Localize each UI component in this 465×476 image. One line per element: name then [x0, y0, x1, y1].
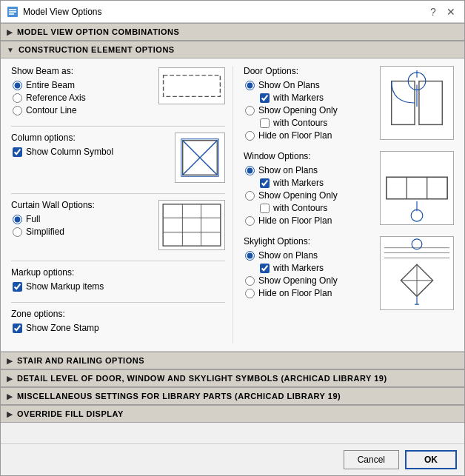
curtain-full-label[interactable]: Full — [26, 214, 40, 224]
window-radio-group: Show on Plans with Markers Show Opening … — [245, 165, 372, 226]
construction-body: Show Beam as: Entire Beam Reference Axis — [1, 58, 464, 352]
beam-refaxis-radio[interactable] — [13, 93, 22, 103]
column-symbol-checkbox[interactable] — [13, 147, 22, 157]
section-arrow-detail: ▶ — [7, 375, 13, 383]
door-with-markers-label[interactable]: with Markers — [273, 93, 324, 103]
skylight-with-markers-label[interactable]: with Markers — [273, 263, 324, 273]
window-opening-only-item: Show Opening Only — [245, 190, 372, 201]
section-stair-railing[interactable]: ▶ STAIR AND RAILING OPTIONS — [1, 352, 464, 369]
section-label-misc: MISCELLANEOUS SETTINGS FOR LIBRARY PARTS… — [17, 392, 341, 400]
section-misc-settings[interactable]: ▶ MISCELLANEOUS SETTINGS FOR LIBRARY PAR… — [1, 387, 464, 405]
close-button[interactable]: ✕ — [444, 4, 458, 19]
door-show-on-plans-label[interactable]: Show On Plans — [258, 80, 320, 90]
window-opening-only-label[interactable]: Show Opening Only — [258, 190, 338, 201]
window-with-markers-label[interactable]: with Markers — [273, 178, 324, 188]
skylight-with-markers-checkbox[interactable] — [260, 264, 270, 273]
section-construction[interactable]: ▼ CONSTRUCTION ELEMENT OPTIONS — [1, 41, 464, 58]
title-bar-buttons: ? ✕ — [426, 4, 458, 19]
skylight-opening-only-label[interactable]: Show Opening Only — [258, 275, 338, 286]
door-show-on-plans-radio[interactable] — [245, 81, 255, 90]
markup-items-label[interactable]: Show Markup items — [26, 281, 104, 292]
column-preview — [175, 133, 225, 183]
left-column: Show Beam as: Entire Beam Reference Axis — [11, 66, 233, 343]
curtain-wall-inner: Curtain Wall Options: Full Simplified — [11, 200, 151, 237]
section-label-fill: OVERRIDE FILL DISPLAY — [17, 409, 124, 418]
window-with-contours-label[interactable]: with Contours — [273, 203, 327, 213]
zone-stamp-checkbox[interactable] — [13, 324, 22, 333]
skylight-hide-item: Hide on Floor Plan — [245, 288, 372, 298]
svg-rect-22 — [427, 177, 447, 198]
section-arrow-model-view: ▶ — [7, 28, 13, 36]
skylight-row: Skylight Options: Show on Plans with Mar… — [244, 236, 454, 310]
beam-contour-radio[interactable] — [13, 106, 22, 115]
svg-rect-4 — [164, 76, 221, 97]
two-col-layout: Show Beam as: Entire Beam Reference Axis — [11, 66, 454, 343]
beam-radio-group: Entire Beam Reference Axis Contour Line — [13, 80, 151, 115]
window-row: Window Options: Show on Plans with Marke… — [244, 151, 454, 226]
beam-contour-label[interactable]: Contour Line — [26, 105, 77, 115]
dialog-content: ▶ MODEL VIEW OPTION COMBINATIONS ▼ CONST… — [1, 23, 464, 443]
svg-rect-20 — [387, 177, 407, 198]
door-with-contours-label[interactable]: with Contours — [273, 118, 327, 128]
column-row: Column options: Show Column Symbol — [11, 133, 225, 183]
column-symbol-item: Show Column Symbol — [13, 147, 167, 157]
curtain-simplified-radio[interactable] — [13, 227, 22, 237]
section-arrow-construction: ▼ — [7, 46, 14, 54]
skylight-radio-group: Show on Plans with Markers Show Opening … — [245, 250, 372, 298]
skylight-group: Skylight Options: Show on Plans with Mar… — [244, 236, 454, 310]
door-opening-only-radio[interactable] — [245, 106, 255, 115]
curtain-wall-row: Curtain Wall Options: Full Simplified — [11, 200, 225, 250]
skylight-hide-radio[interactable] — [245, 289, 255, 298]
door-preview — [380, 66, 454, 140]
beam-refaxis-label[interactable]: Reference Axis — [26, 93, 86, 103]
door-with-markers-checkbox[interactable] — [260, 93, 270, 103]
window-show-on-plans-label[interactable]: Show on Plans — [258, 165, 318, 175]
beam-entire-label[interactable]: Entire Beam — [26, 80, 75, 90]
door-hide-radio[interactable] — [245, 131, 255, 141]
svg-rect-21 — [407, 177, 426, 198]
beam-label: Show Beam as: — [11, 66, 151, 76]
ok-button[interactable]: OK — [405, 450, 457, 469]
window-hide-label[interactable]: Hide on Floor Plan — [258, 215, 332, 226]
door-row: Door Options: Show On Plans with Markers — [244, 66, 454, 141]
skylight-show-on-plans-radio[interactable] — [245, 251, 255, 261]
markup-label: Markup options: — [11, 267, 225, 278]
beam-contour-item: Contour Line — [13, 105, 151, 115]
markup-items-checkbox[interactable] — [13, 282, 22, 292]
beam-entire-radio[interactable] — [13, 81, 22, 90]
window-hide-radio[interactable] — [245, 216, 255, 226]
curtain-wall-label: Curtain Wall Options: — [11, 200, 151, 210]
window-show-on-plans-radio[interactable] — [245, 166, 255, 175]
dialog-title: Model View Options — [23, 7, 102, 17]
curtain-full-radio[interactable] — [13, 215, 22, 224]
help-button[interactable]: ? — [426, 4, 441, 19]
window-opening-only-radio[interactable] — [245, 191, 255, 201]
curtain-wall-group: Curtain Wall Options: Full Simplified — [11, 200, 225, 250]
skylight-show-on-plans-label[interactable]: Show on Plans — [258, 250, 318, 261]
window-with-markers-checkbox[interactable] — [260, 178, 270, 188]
window-with-markers-item: with Markers — [260, 178, 372, 188]
footer: Cancel OK — [1, 443, 464, 475]
skylight-hide-label[interactable]: Hide on Floor Plan — [258, 288, 332, 298]
window-with-contours-checkbox[interactable] — [260, 204, 270, 213]
door-hide-label[interactable]: Hide on Floor Plan — [258, 130, 332, 141]
beam-group: Show Beam as: Entire Beam Reference Axis — [11, 66, 225, 115]
beam-entire-item: Entire Beam — [13, 80, 151, 90]
skylight-opening-only-radio[interactable] — [245, 276, 255, 286]
cancel-button[interactable]: Cancel — [344, 450, 399, 469]
section-model-view[interactable]: ▶ MODEL VIEW OPTION COMBINATIONS — [1, 23, 464, 41]
curtain-preview — [158, 200, 225, 250]
door-opening-only-label[interactable]: Show Opening Only — [258, 105, 338, 115]
door-with-contours-checkbox[interactable] — [260, 118, 270, 128]
section-arrow-misc: ▶ — [7, 392, 13, 400]
window-options-inner: Window Options: Show on Plans with Marke… — [244, 151, 372, 226]
zone-stamp-item: Show Zone Stamp — [13, 323, 225, 333]
door-radio-group: Show On Plans with Markers Show Opening … — [245, 80, 372, 141]
section-detail-level[interactable]: ▶ DETAIL LEVEL OF DOOR, WINDOW AND SKYLI… — [1, 369, 464, 387]
curtain-simplified-label[interactable]: Simplified — [26, 227, 64, 237]
zone-stamp-label[interactable]: Show Zone Stamp — [26, 323, 99, 333]
section-override-fill[interactable]: ▶ OVERRIDE FILL DISPLAY — [1, 405, 464, 423]
dialog: Model View Options ? ✕ ▶ MODEL VIEW OPTI… — [0, 0, 465, 476]
column-symbol-label[interactable]: Show Column Symbol — [26, 147, 113, 157]
beam-row: Show Beam as: Entire Beam Reference Axis — [11, 66, 225, 115]
